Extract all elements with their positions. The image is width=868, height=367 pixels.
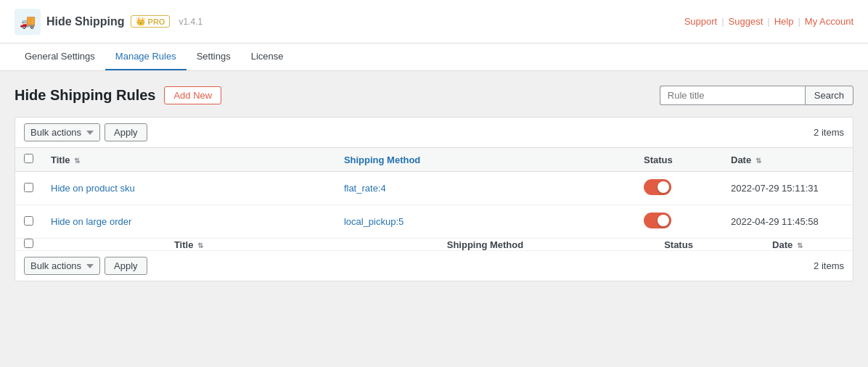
col-header-date: Date ⇅ xyxy=(722,148,853,172)
support-link[interactable]: Support xyxy=(684,16,718,27)
content-area: Hide Shipping Rules Add New Search Bulk … xyxy=(0,71,868,296)
items-count-top: 2 items xyxy=(814,127,844,138)
tab-general-settings[interactable]: General Settings xyxy=(15,44,105,70)
page-title-row: Hide Shipping Rules Add New Search xyxy=(15,86,853,105)
top-nav-links: Support | Suggest | Help | My Account xyxy=(684,16,853,27)
row-1-checkbox-cell xyxy=(15,172,42,205)
table-row: Hide on large order local_pickup:5 xyxy=(15,205,853,239)
row-1-date: 2022-07-29 15:11:31 xyxy=(731,183,819,194)
help-link[interactable]: Help xyxy=(774,16,794,27)
table-row: Hide on product sku flat_rate:4 xyxy=(15,172,853,205)
bulk-actions-select-bottom[interactable]: Bulk actionsDelete xyxy=(24,257,100,275)
date-sort-icon-bottom: ⇅ xyxy=(797,242,803,250)
search-input[interactable] xyxy=(660,86,805,105)
apply-button-bottom[interactable]: Apply xyxy=(105,257,147,275)
col-footer-status: Status xyxy=(635,239,722,251)
title-sort-icon-bottom: ⇅ xyxy=(197,242,203,250)
tab-settings[interactable]: Settings xyxy=(187,44,241,70)
bulk-actions-select-top[interactable]: Bulk actionsDelete xyxy=(24,123,100,141)
title-sort-icon: ⇅ xyxy=(74,157,80,165)
top-header: 🚚 Hide Shipping 👑 PRO v1.4.1 Support | S… xyxy=(0,0,868,44)
row-2-date: 2022-04-29 11:45:58 xyxy=(731,216,819,227)
table-container: Bulk actionsDelete Apply 2 items Title ⇅ xyxy=(15,117,853,281)
row-1-toggle-slider xyxy=(644,179,671,195)
col-footer-date: Date ⇅ xyxy=(722,239,853,251)
row-1-date-cell: 2022-07-29 15:11:31 xyxy=(722,172,853,205)
suggest-link[interactable]: Suggest xyxy=(729,16,763,27)
row-2-checkbox-cell xyxy=(15,205,42,239)
col-footer-method: Shipping Method xyxy=(335,239,635,251)
row-2-toggle[interactable] xyxy=(644,213,671,228)
row-1-title-cell: Hide on product sku xyxy=(42,172,335,205)
table-footer-header-row: Title ⇅ Shipping Method Status Date ⇅ xyxy=(15,239,853,251)
row-1-method-cell: flat_rate:4 xyxy=(335,172,635,205)
brand: 🚚 Hide Shipping 👑 PRO v1.4.1 xyxy=(15,9,202,35)
row-2-toggle-slider xyxy=(644,213,671,228)
row-2-checkbox[interactable] xyxy=(24,216,33,226)
bulk-left-top: Bulk actionsDelete Apply xyxy=(24,123,147,141)
items-count-bottom: 2 items xyxy=(814,260,844,271)
row-1-toggle[interactable] xyxy=(644,179,671,195)
date-sort-icon: ⇅ xyxy=(756,157,761,165)
row-2-method: local_pickup:5 xyxy=(344,216,404,227)
col-header-title: Title ⇅ xyxy=(42,148,335,172)
search-row: Search xyxy=(660,86,853,105)
row-2-method-cell: local_pickup:5 xyxy=(335,205,635,239)
search-button[interactable]: Search xyxy=(805,86,853,105)
row-2-title-link[interactable]: Hide on large order xyxy=(51,216,131,227)
table-header-row: Title ⇅ Shipping Method Status Date ⇅ xyxy=(15,148,853,172)
row-1-title-link[interactable]: Hide on product sku xyxy=(51,183,135,194)
row-1-checkbox[interactable] xyxy=(24,183,33,192)
tab-manage-rules[interactable]: Manage Rules xyxy=(105,44,187,70)
bulk-left-bottom: Bulk actionsDelete Apply xyxy=(24,257,147,275)
pro-badge: 👑 PRO xyxy=(131,15,171,28)
bulk-actions-row-bottom: Bulk actionsDelete Apply 2 items xyxy=(15,251,853,281)
my-account-link[interactable]: My Account xyxy=(805,16,853,27)
row-2-status-cell xyxy=(635,205,722,239)
tab-license[interactable]: License xyxy=(241,44,294,70)
version-text: v1.4.1 xyxy=(179,17,202,27)
select-all-checkbox-bottom[interactable] xyxy=(24,239,33,248)
apply-button-top[interactable]: Apply xyxy=(105,123,147,141)
col-header-status: Status xyxy=(635,148,722,172)
add-new-button[interactable]: Add New xyxy=(164,86,221,104)
col-header-method: Shipping Method xyxy=(335,148,635,172)
brand-name: Hide Shipping xyxy=(46,15,125,28)
col-header-checkbox xyxy=(15,148,42,172)
row-1-method: flat_rate:4 xyxy=(344,183,386,194)
col-footer-title: Title ⇅ xyxy=(42,239,335,251)
tab-nav: General Settings Manage Rules Settings L… xyxy=(0,44,868,71)
page-title: Hide Shipping Rules xyxy=(15,87,155,104)
crown-icon: 👑 xyxy=(136,17,146,26)
row-2-title-cell: Hide on large order xyxy=(42,205,335,239)
brand-logo: 🚚 xyxy=(15,9,41,35)
page-wrapper: 🚚 Hide Shipping 👑 PRO v1.4.1 Support | S… xyxy=(0,0,868,367)
page-title-left: Hide Shipping Rules Add New xyxy=(15,86,221,104)
select-all-checkbox[interactable] xyxy=(24,154,33,163)
row-1-status-cell xyxy=(635,172,722,205)
rules-table: Title ⇅ Shipping Method Status Date ⇅ xyxy=(15,147,853,251)
col-footer-checkbox xyxy=(15,239,42,251)
row-2-date-cell: 2022-04-29 11:45:58 xyxy=(722,205,853,239)
bulk-actions-row-top: Bulk actionsDelete Apply 2 items xyxy=(15,117,853,147)
